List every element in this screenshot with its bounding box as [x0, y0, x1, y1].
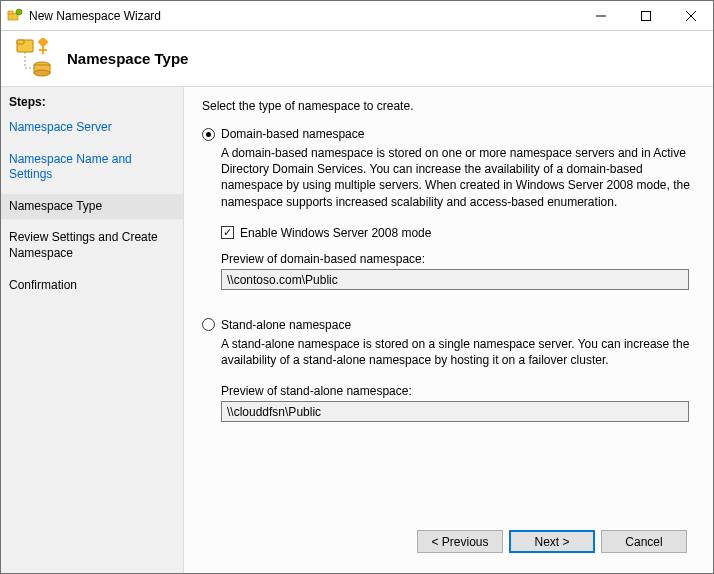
- step-namespace-server[interactable]: Namespace Server: [1, 115, 183, 141]
- checkbox-icon: ✓: [221, 226, 234, 239]
- svg-rect-4: [641, 11, 650, 20]
- step-confirmation: Confirmation: [1, 273, 183, 299]
- svg-rect-1: [8, 11, 13, 14]
- domain-description: A domain-based namespace is stored on on…: [221, 145, 693, 210]
- svg-point-13: [34, 70, 50, 76]
- window-title: New Namespace Wizard: [29, 9, 578, 23]
- wizard-body: Steps: Namespace Server Namespace Name a…: [1, 87, 713, 573]
- steps-heading: Steps:: [1, 92, 183, 115]
- previous-button[interactable]: < Previous: [417, 530, 503, 553]
- close-button[interactable]: [668, 1, 713, 30]
- step-namespace-type[interactable]: Namespace Type: [1, 194, 183, 220]
- domain-preview-label: Preview of domain-based namespace:: [221, 252, 693, 266]
- standalone-preview-value: \\clouddfsn\Public: [221, 401, 689, 422]
- maximize-button[interactable]: [623, 1, 668, 30]
- radio-button-icon: [202, 318, 215, 331]
- wizard-header: Namespace Type: [1, 31, 713, 87]
- svg-rect-8: [17, 40, 24, 44]
- app-icon: [7, 8, 23, 24]
- step-review: Review Settings and Create Namespace: [1, 225, 183, 266]
- instruction-text: Select the type of namespace to create.: [202, 99, 693, 113]
- standalone-preview-label: Preview of stand-alone namespace:: [221, 384, 693, 398]
- cancel-button[interactable]: Cancel: [601, 530, 687, 553]
- option-domain-based: Domain-based namespace A domain-based na…: [202, 127, 693, 290]
- svg-line-5: [686, 11, 696, 21]
- radio-standalone[interactable]: Stand-alone namespace: [202, 318, 693, 332]
- option-standalone: Stand-alone namespace A stand-alone name…: [202, 318, 693, 422]
- radio-standalone-label: Stand-alone namespace: [221, 318, 351, 332]
- next-button[interactable]: Next >: [509, 530, 595, 553]
- checkbox-2008-label: Enable Windows Server 2008 mode: [240, 226, 431, 240]
- titlebar: New Namespace Wizard: [1, 1, 713, 31]
- svg-point-2: [16, 9, 22, 15]
- radio-domain-label: Domain-based namespace: [221, 127, 364, 141]
- namespace-icon: [15, 38, 57, 80]
- page-title: Namespace Type: [67, 50, 188, 67]
- content-pane: Select the type of namespace to create. …: [184, 87, 713, 573]
- steps-sidebar: Steps: Namespace Server Namespace Name a…: [1, 87, 184, 573]
- radio-button-icon: [202, 128, 215, 141]
- wizard-buttons: < Previous Next > Cancel: [202, 518, 693, 563]
- window-controls: [578, 1, 713, 30]
- wizard-window: New Namespace Wizard: [0, 0, 714, 574]
- standalone-description: A stand-alone namespace is stored on a s…: [221, 336, 693, 368]
- step-namespace-name[interactable]: Namespace Name and Settings: [1, 147, 183, 188]
- domain-preview-value: \\contoso.com\Public: [221, 269, 689, 290]
- svg-line-6: [686, 11, 696, 21]
- radio-domain-based[interactable]: Domain-based namespace: [202, 127, 693, 141]
- minimize-button[interactable]: [578, 1, 623, 30]
- checkbox-2008-mode[interactable]: ✓ Enable Windows Server 2008 mode: [221, 226, 693, 240]
